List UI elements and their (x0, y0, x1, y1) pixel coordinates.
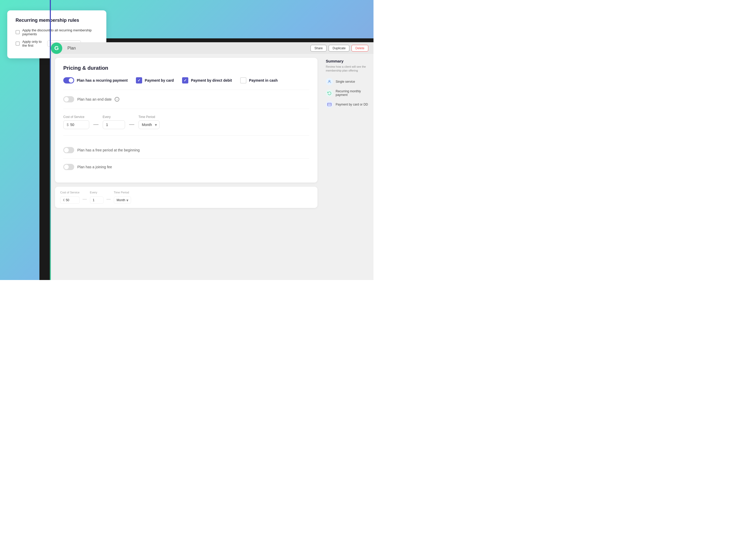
summary-icon-single (326, 78, 333, 85)
main-content: Pricing & duration Plan has a recurring … (51, 54, 374, 280)
app-logo: G (51, 43, 62, 54)
logo-icon: G (54, 45, 59, 52)
app-header: G Plan Share Duplicate Delete (51, 42, 374, 54)
mini-every-label: Every (90, 191, 103, 194)
cost-symbol: $ (67, 123, 69, 127)
every-input[interactable] (106, 123, 122, 127)
pricing-title: Pricing & duration (63, 65, 309, 71)
info-icon[interactable]: i (114, 97, 119, 102)
header-actions: Share Duplicate Delete (310, 45, 374, 52)
summary-label-single: Single service (336, 80, 355, 83)
summary-item-single: Single service (326, 78, 369, 85)
mini-every-wrapper (90, 196, 103, 204)
mini-time-group: Time Period Day Week Month Year (114, 191, 131, 204)
mini-cost-group: Cost of Service € (60, 191, 80, 204)
summary-label-payment: Payment by card or DD (336, 103, 368, 106)
end-date-toggle[interactable] (63, 96, 74, 102)
plan-title: Plan (68, 46, 76, 51)
free-period-label: Plan has a free period at the beginning (77, 148, 140, 152)
mini-every-group: Every (90, 191, 103, 204)
left-panel: Pricing & duration Plan has a recurring … (51, 54, 321, 280)
recurring-payment-option[interactable]: Plan has a recurring payment (63, 77, 128, 83)
every-field-group: Every (103, 115, 125, 129)
recurring-label: Plan has a recurring payment (77, 78, 128, 82)
membership-rules-title: Recurring membership rules (16, 18, 98, 23)
joining-fee-knob (64, 165, 69, 169)
checkbox-row-1: Apply the discount to all recurring memb… (16, 28, 98, 36)
cost-row: Cost of Service $ — Every — (63, 115, 309, 136)
delete-button[interactable]: Delete (352, 45, 368, 52)
mini-time-select[interactable]: Day Week Month Year (114, 196, 131, 204)
cost-input-wrapper: $ (63, 120, 89, 129)
free-period-toggle[interactable] (63, 147, 74, 153)
share-button[interactable]: Share (310, 45, 327, 52)
card-icon (327, 102, 332, 107)
summary-icon-payment (326, 101, 333, 108)
recurring-icon (327, 91, 332, 95)
free-period-section: Plan has a free period at the beginning (63, 142, 309, 159)
mini-select-wrapper: Day Week Month Year (114, 196, 131, 204)
direct-debit-check-icon (182, 77, 188, 83)
duplicate-button[interactable]: Duplicate (329, 45, 350, 52)
svg-rect-1 (328, 103, 332, 106)
summary-item-recurring: Recurring monthly payment (326, 89, 369, 97)
joining-fee-section: Plan has a joining fee (63, 159, 309, 175)
joining-fee-label: Plan has a joining fee (77, 165, 112, 169)
svg-point-0 (329, 80, 330, 81)
mini-time-label: Time Period (114, 191, 131, 194)
direct-debit-label: Payment by direct debit (191, 78, 232, 82)
card-label: Payment by card (145, 78, 174, 82)
time-period-select[interactable]: Day Week Month Year (138, 120, 159, 129)
cash-check-icon (240, 77, 247, 83)
summary-title: Summary (326, 59, 369, 63)
direct-debit-option[interactable]: Payment by direct debit (182, 77, 232, 83)
mini-cost-symbol: € (63, 198, 65, 202)
cost-fields: Cost of Service $ — Every — (63, 115, 309, 129)
mini-cost-input[interactable] (66, 198, 76, 202)
toggle-knob (69, 78, 73, 83)
bottom-mini-card: Cost of Service € — Every — Time Period (55, 187, 317, 208)
person-icon (327, 80, 332, 84)
summary-desc: Review how a client will see the members… (326, 65, 369, 73)
summary-icon-recurring (326, 89, 333, 97)
end-date-knob (64, 97, 69, 102)
cash-label: Payment in cash (249, 78, 278, 82)
card-payment-option[interactable]: Payment by card (136, 77, 174, 83)
summary-label-recurring: Recurring monthly payment (336, 89, 369, 97)
checkbox-first-label: Apply only to the first (22, 40, 45, 48)
every-label: Every (103, 115, 125, 119)
checkbox-first-payments[interactable] (16, 42, 20, 46)
recurring-toggle[interactable] (63, 77, 74, 83)
checkbox-all-payments[interactable] (16, 30, 20, 34)
time-period-select-wrapper: Day Week Month Year (138, 120, 159, 129)
free-period-knob (64, 148, 69, 153)
end-date-label: Plan has an end date (77, 97, 111, 101)
pricing-card: Pricing & duration Plan has a recurring … (55, 58, 317, 183)
cost-field-group: Cost of Service $ (63, 115, 89, 129)
mini-cost-fields: Cost of Service € — Every — Time Period (60, 191, 312, 204)
checkbox-all-label: Apply the discount to all recurring memb… (22, 28, 98, 36)
time-period-label: Time Period (138, 115, 159, 119)
payment-options-row: Plan has a recurring payment Payment by … (63, 77, 309, 90)
sidebar-line (50, 0, 51, 280)
cost-label: Cost of Service (63, 115, 89, 119)
end-date-row: Plan has an end date i (63, 96, 309, 109)
every-dash: — (129, 121, 134, 127)
summary-item-payment: Payment by card or DD (326, 101, 369, 108)
cost-input[interactable] (70, 123, 86, 127)
joining-fee-toggle[interactable] (63, 164, 74, 170)
mini-cost-wrapper: € (60, 196, 80, 204)
right-sidebar: Summary Review how a client will see the… (321, 54, 374, 280)
cost-dash: — (93, 121, 99, 127)
cash-payment-option[interactable]: Payment in cash (240, 77, 278, 83)
mini-dash-2: — (107, 197, 111, 202)
time-period-field-group: Time Period Day Week Month Year (138, 115, 159, 129)
card-check-icon (136, 77, 142, 83)
every-input-wrapper (103, 120, 125, 129)
mini-every-input[interactable] (93, 198, 101, 202)
mini-cost-label: Cost of Service (60, 191, 80, 194)
mini-dash-1: — (83, 197, 87, 202)
